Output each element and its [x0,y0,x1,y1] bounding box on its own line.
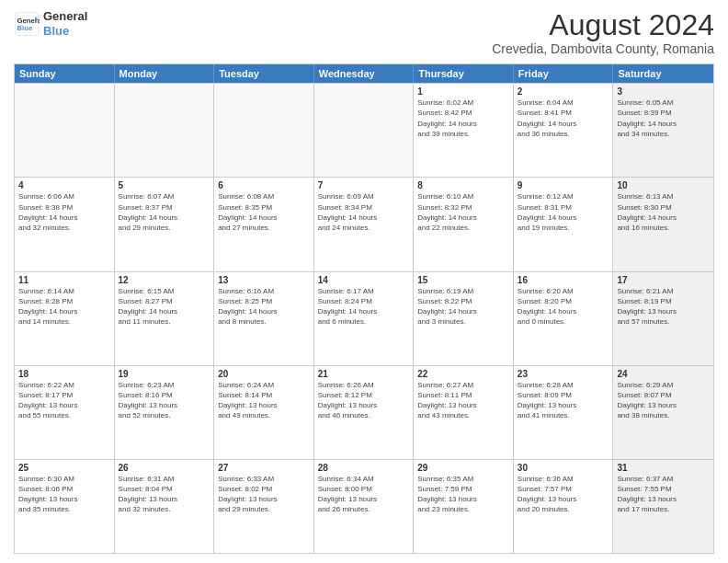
day-cell-5: 5Sunrise: 6:07 AM Sunset: 8:37 PM Daylig… [115,178,215,270]
day-cell-2: 2Sunrise: 6:04 AM Sunset: 8:41 PM Daylig… [514,84,614,177]
calendar-row-3: 11Sunrise: 6:14 AM Sunset: 8:28 PM Dayli… [15,271,713,365]
day-header-wednesday: Wednesday [314,64,415,83]
day-cell-19: 19Sunrise: 6:23 AM Sunset: 8:16 PM Dayli… [115,366,215,459]
day-cell-1: 1Sunrise: 6:02 AM Sunset: 8:42 PM Daylig… [414,84,514,177]
day-number: 16 [518,275,609,285]
day-cell-10: 10Sunrise: 6:13 AM Sunset: 8:30 PM Dayli… [613,178,713,270]
day-number: 6 [218,180,310,190]
day-number: 31 [617,463,710,473]
day-info: Sunrise: 6:27 AM Sunset: 8:11 PM Dayligh… [417,380,509,421]
day-cell-20: 20Sunrise: 6:24 AM Sunset: 8:14 PM Dayli… [214,366,314,459]
day-cell-17: 17Sunrise: 6:21 AM Sunset: 8:19 PM Dayli… [613,272,713,365]
day-info: Sunrise: 6:08 AM Sunset: 8:35 PM Dayligh… [218,191,310,233]
day-number: 21 [318,369,410,379]
day-info: Sunrise: 6:35 AM Sunset: 7:59 PM Dayligh… [417,474,509,515]
calendar-row-1: 1Sunrise: 6:02 AM Sunset: 8:42 PM Daylig… [15,83,713,177]
day-info: Sunrise: 6:06 AM Sunset: 8:38 PM Dayligh… [18,191,110,233]
day-number: 23 [518,369,609,379]
day-info: Sunrise: 6:34 AM Sunset: 8:00 PM Dayligh… [318,474,410,515]
calendar-row-2: 4Sunrise: 6:06 AM Sunset: 8:38 PM Daylig… [15,177,713,270]
empty-cell [15,84,115,177]
day-info: Sunrise: 6:07 AM Sunset: 8:37 PM Dayligh… [119,191,210,233]
day-info: Sunrise: 6:02 AM Sunset: 8:42 PM Dayligh… [417,98,509,139]
day-cell-4: 4Sunrise: 6:06 AM Sunset: 8:38 PM Daylig… [15,178,115,270]
day-info: Sunrise: 6:09 AM Sunset: 8:34 PM Dayligh… [318,191,410,233]
day-number: 12 [119,275,210,285]
empty-cell [314,84,415,177]
day-number: 30 [518,463,609,473]
day-info: Sunrise: 6:22 AM Sunset: 8:17 PM Dayligh… [18,380,110,421]
day-number: 26 [119,463,210,473]
day-cell-21: 21Sunrise: 6:26 AM Sunset: 8:12 PM Dayli… [314,366,415,459]
day-cell-28: 28Sunrise: 6:34 AM Sunset: 8:00 PM Dayli… [314,460,415,553]
day-info: Sunrise: 6:26 AM Sunset: 8:12 PM Dayligh… [318,380,410,421]
day-number: 14 [318,275,410,285]
page: General Blue General Blue August 2024 Cr… [0,0,728,563]
day-info: Sunrise: 6:31 AM Sunset: 8:04 PM Dayligh… [119,474,210,515]
day-number: 25 [18,463,110,473]
calendar-body: 1Sunrise: 6:02 AM Sunset: 8:42 PM Daylig… [15,83,713,553]
logo-line2: Blue [43,24,87,39]
day-cell-11: 11Sunrise: 6:14 AM Sunset: 8:28 PM Dayli… [15,272,115,365]
calendar-row-5: 25Sunrise: 6:30 AM Sunset: 8:06 PM Dayli… [15,459,713,553]
subtitle: Crevedia, Dambovita County, Romania [492,41,714,56]
day-number: 20 [218,369,310,379]
day-header-monday: Monday [115,64,215,83]
calendar-header: SundayMondayTuesdayWednesdayThursdayFrid… [15,64,713,83]
day-number: 13 [218,275,310,285]
day-info: Sunrise: 6:05 AM Sunset: 8:39 PM Dayligh… [617,98,710,139]
day-info: Sunrise: 6:20 AM Sunset: 8:20 PM Dayligh… [518,286,609,327]
day-cell-29: 29Sunrise: 6:35 AM Sunset: 7:59 PM Dayli… [414,460,514,553]
day-header-tuesday: Tuesday [214,64,314,83]
day-cell-26: 26Sunrise: 6:31 AM Sunset: 8:04 PM Dayli… [115,460,215,553]
day-header-sunday: Sunday [15,64,115,83]
main-title: August 2024 [492,9,714,41]
day-cell-12: 12Sunrise: 6:15 AM Sunset: 8:27 PM Dayli… [115,272,215,365]
day-number: 27 [218,463,310,473]
day-header-thursday: Thursday [414,64,514,83]
day-info: Sunrise: 6:37 AM Sunset: 7:55 PM Dayligh… [617,474,710,515]
day-info: Sunrise: 6:13 AM Sunset: 8:30 PM Dayligh… [617,191,710,233]
day-number: 29 [417,463,509,473]
day-cell-25: 25Sunrise: 6:30 AM Sunset: 8:06 PM Dayli… [15,460,115,553]
day-number: 15 [417,275,509,285]
day-info: Sunrise: 6:30 AM Sunset: 8:06 PM Dayligh… [18,474,110,515]
empty-cell [115,84,215,177]
day-number: 22 [417,369,509,379]
day-info: Sunrise: 6:36 AM Sunset: 7:57 PM Dayligh… [518,474,609,515]
day-info: Sunrise: 6:04 AM Sunset: 8:41 PM Dayligh… [518,98,609,139]
calendar-row-4: 18Sunrise: 6:22 AM Sunset: 8:17 PM Dayli… [15,365,713,459]
day-cell-16: 16Sunrise: 6:20 AM Sunset: 8:20 PM Dayli… [514,272,614,365]
day-cell-8: 8Sunrise: 6:10 AM Sunset: 8:32 PM Daylig… [414,178,514,270]
day-cell-27: 27Sunrise: 6:33 AM Sunset: 8:02 PM Dayli… [214,460,314,553]
day-cell-30: 30Sunrise: 6:36 AM Sunset: 7:57 PM Dayli… [514,460,614,553]
day-number: 17 [617,275,710,285]
day-cell-7: 7Sunrise: 6:09 AM Sunset: 8:34 PM Daylig… [314,178,415,270]
day-cell-3: 3Sunrise: 6:05 AM Sunset: 8:39 PM Daylig… [613,84,713,177]
day-number: 10 [617,180,710,190]
day-info: Sunrise: 6:24 AM Sunset: 8:14 PM Dayligh… [218,380,310,421]
day-cell-15: 15Sunrise: 6:19 AM Sunset: 8:22 PM Dayli… [414,272,514,365]
day-cell-9: 9Sunrise: 6:12 AM Sunset: 8:31 PM Daylig… [514,178,614,270]
day-info: Sunrise: 6:12 AM Sunset: 8:31 PM Dayligh… [518,191,609,233]
day-header-friday: Friday [514,64,614,83]
day-number: 19 [119,369,210,379]
day-info: Sunrise: 6:14 AM Sunset: 8:28 PM Dayligh… [18,286,110,327]
day-cell-22: 22Sunrise: 6:27 AM Sunset: 8:11 PM Dayli… [414,366,514,459]
logo-line1: General [43,9,87,24]
day-info: Sunrise: 6:23 AM Sunset: 8:16 PM Dayligh… [119,380,210,421]
day-number: 11 [18,275,110,285]
day-number: 8 [417,180,509,190]
day-number: 24 [617,369,710,379]
day-number: 5 [119,180,210,190]
day-info: Sunrise: 6:17 AM Sunset: 8:24 PM Dayligh… [318,286,410,327]
day-info: Sunrise: 6:21 AM Sunset: 8:19 PM Dayligh… [617,286,710,327]
day-info: Sunrise: 6:10 AM Sunset: 8:32 PM Dayligh… [417,191,509,233]
day-info: Sunrise: 6:16 AM Sunset: 8:25 PM Dayligh… [218,286,310,327]
day-cell-14: 14Sunrise: 6:17 AM Sunset: 8:24 PM Dayli… [314,272,415,365]
day-cell-18: 18Sunrise: 6:22 AM Sunset: 8:17 PM Dayli… [15,366,115,459]
day-number: 2 [518,86,609,97]
logo: General Blue General Blue [14,9,87,38]
day-info: Sunrise: 6:28 AM Sunset: 8:09 PM Dayligh… [518,380,609,421]
day-header-saturday: Saturday [613,64,713,83]
